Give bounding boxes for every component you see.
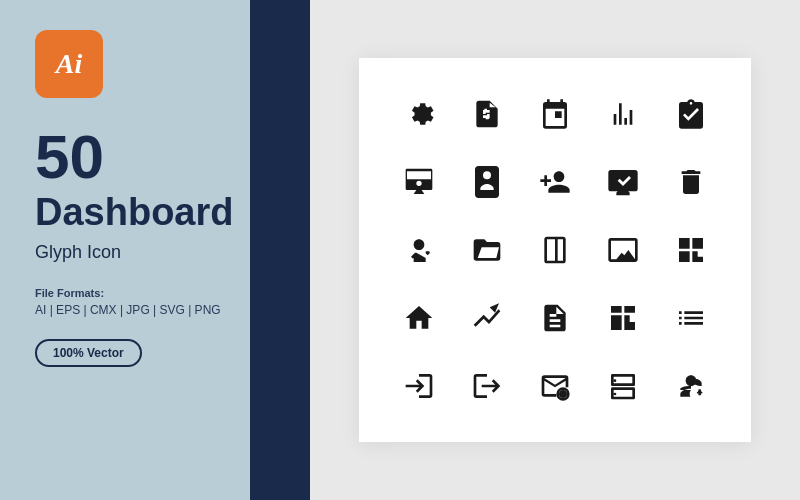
tablet-user-icon bbox=[459, 154, 515, 210]
monitor-settings-icon bbox=[391, 154, 447, 210]
mosaic-layout-icon bbox=[595, 290, 651, 346]
icons-grid bbox=[359, 58, 751, 442]
add-user-icon bbox=[527, 154, 583, 210]
invoice-dollar-icon bbox=[459, 86, 515, 142]
growth-chart-icon bbox=[459, 290, 515, 346]
right-panel bbox=[310, 0, 800, 500]
vector-badge-text: 100% Vector bbox=[53, 346, 124, 360]
product-subtitle: Glyph Icon bbox=[35, 242, 275, 263]
icon-count: 50 bbox=[35, 126, 275, 188]
dark-accent-bar bbox=[250, 0, 310, 500]
login-icon bbox=[391, 358, 447, 414]
ai-badge-label: Ai bbox=[56, 48, 82, 80]
book-icon bbox=[527, 222, 583, 278]
ai-badge: Ai bbox=[35, 30, 103, 98]
presentation-chart-icon bbox=[595, 154, 651, 210]
formats-value: AI | EPS | CMX | JPG | SVG | PNG bbox=[35, 303, 275, 317]
left-panel: Ai 50 Dashboard Glyph Icon File Formats:… bbox=[0, 0, 310, 500]
image-gallery-icon bbox=[595, 222, 651, 278]
write-user-icon bbox=[391, 222, 447, 278]
bar-chart-icon bbox=[595, 86, 651, 142]
calendar-icon bbox=[527, 86, 583, 142]
email-settings-icon bbox=[527, 358, 583, 414]
vector-badge: 100% Vector bbox=[35, 339, 142, 367]
grid-layout-icon bbox=[663, 222, 719, 278]
home-icon bbox=[391, 290, 447, 346]
svg-point-0 bbox=[559, 390, 567, 398]
trash-icon bbox=[663, 154, 719, 210]
user-settings-icon bbox=[663, 358, 719, 414]
product-title: Dashboard bbox=[35, 192, 275, 234]
logout-icon bbox=[459, 358, 515, 414]
open-folder-icon bbox=[459, 222, 515, 278]
list-icon bbox=[663, 290, 719, 346]
server-settings-icon bbox=[595, 358, 651, 414]
settings-gear-icon bbox=[391, 86, 447, 142]
clipboard-check-icon bbox=[663, 86, 719, 142]
invoice-list-icon bbox=[527, 290, 583, 346]
formats-label: File Formats: bbox=[35, 287, 275, 299]
